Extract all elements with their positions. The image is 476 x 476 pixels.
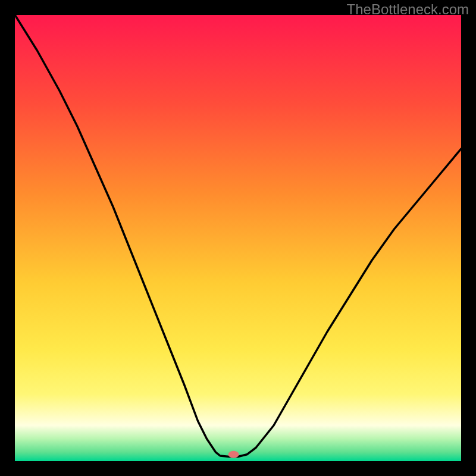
- watermark-label: TheBottleneck.com: [347, 1, 469, 18]
- chart-background: [15, 15, 461, 461]
- chart-container: [15, 15, 461, 461]
- chart-svg: [15, 15, 461, 461]
- optimum-marker: [228, 451, 239, 458]
